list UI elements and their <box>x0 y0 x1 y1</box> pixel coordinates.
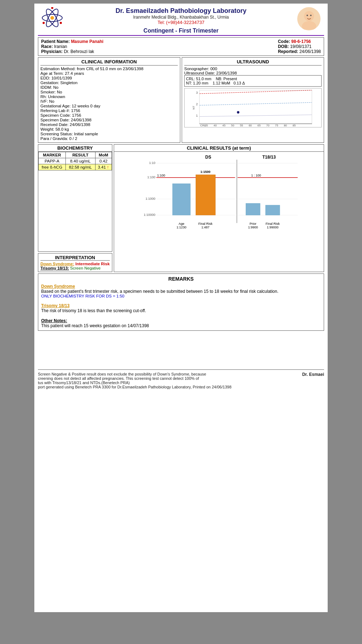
other-remarks-text: This patient will reach 15 weeks gestati… <box>41 323 321 328</box>
patient-dob-label: DOB: <box>278 44 289 49</box>
remarks-title: REMARKS <box>41 276 321 282</box>
patient-info-block: Patient Name: Masume Panahi Race: Irania… <box>38 37 324 56</box>
footer-line4: port generated using Benetech PRA 3300 f… <box>38 385 231 389</box>
svg-text:1:1500: 1:1500 <box>200 170 210 174</box>
svg-text:Final Risk: Final Risk <box>265 222 280 226</box>
svg-text:1:99000: 1:99000 <box>267 226 279 229</box>
svg-text:1:9900: 1:9900 <box>248 226 258 229</box>
patient-dob-value: 19/08/1371 <box>290 44 312 49</box>
svg-point-5 <box>60 22 62 24</box>
svg-point-8 <box>302 21 316 30</box>
svg-text:NT: NT <box>192 106 195 110</box>
trisomy-remarks-section: Trisomy 18/13 The risk of trisomy 18 is … <box>41 303 321 313</box>
svg-rect-27 <box>200 90 312 124</box>
bio-col-marker: MARKER <box>39 152 66 158</box>
footer-line2: creening does not detect all affected pr… <box>38 376 231 381</box>
footer-doctor: Dr. Esmaei <box>299 372 324 389</box>
interpretation-box: INTERPRETATION Down Syndrome: Intermedia… <box>38 253 112 272</box>
interpretation-title: INTERPRETATION <box>40 255 110 261</box>
trisomy-remarks-text: The risk of trisomy 18 is less than the … <box>41 308 321 313</box>
svg-rect-49 <box>196 175 215 215</box>
footer-content: Screen Negative & Positive result does n… <box>38 372 324 389</box>
us-nt-row: NT: 1.20 mm 1.12 MoM 0.13 Δ <box>186 81 320 85</box>
ds-remarks-section: Down Syndrome Based on the patient's fir… <box>41 284 321 298</box>
svg-text:1 : 100: 1 : 100 <box>251 174 261 177</box>
ds-remarks-text2: ONLY BIOCHEMISTRY RISK FOR DS = 1:50 <box>41 294 321 298</box>
us-delta: 0.13 Δ <box>234 81 245 85</box>
bio-combined-left: BIOCHEMISTRY MARKER RESULT MoM PAPP-A 8.… <box>38 144 112 272</box>
ci-estimation: Estimation Method: from CRL of 51.0 mm o… <box>40 67 178 71</box>
patient-name-label: Patient Name: <box>41 39 70 44</box>
patient-physician-row: Physician: Dr. Behrouzi lak <box>41 49 103 54</box>
patient-race-value: Iranian <box>54 44 67 49</box>
footer-disclaimer: Screen Negative & Positive result does n… <box>38 369 324 389</box>
svg-text:1:10: 1:10 <box>149 161 155 165</box>
us-sonographer: Sonographer: 000 <box>184 67 322 71</box>
ci-smoker: Smoker: No <box>40 90 178 94</box>
baby-image <box>297 7 321 30</box>
us-nb: NB: Present <box>216 77 237 81</box>
bio-col-result: RESULT <box>65 152 95 158</box>
clinical-ultrasound-grid: CLINICAL INFORMATION Estimation Method: … <box>38 57 324 143</box>
svg-point-0 <box>50 16 54 20</box>
ds-interpretation-row: Down Syndrome: Intermediate Risk <box>40 262 110 266</box>
us-crl-nb: CRL: 51.0 mm NB: Present <box>186 77 320 81</box>
ds-remarks-text1: Based on the patient's first trimester r… <box>41 289 321 294</box>
svg-text:1:100: 1:100 <box>157 174 165 177</box>
patient-reported-value: 24/06/1398 <box>299 49 321 54</box>
trisomy-interp-value: Screen Negative <box>70 266 101 270</box>
svg-text:1:10000: 1:10000 <box>143 213 155 217</box>
ci-weight: Weight: 58.0 kg <box>40 127 178 131</box>
nt-chart: 3 2 1 NT CRL 35 40 45 50 55 60 65 70 <box>184 88 322 127</box>
ds-remarks-label: Down Syndrome <box>41 284 321 289</box>
patient-name-value: Masume Panahi <box>71 39 103 44</box>
header-center: Dr. Esmaeilzadeh Pathobiology Laboratory… <box>116 7 246 25</box>
lab-tel: Tel: (+98)44-32234737 <box>116 20 246 25</box>
bio-result-hcg: 82.58 ng/mL <box>65 164 95 170</box>
footer-line1: Screen Negative & Positive result does n… <box>38 372 231 376</box>
svg-point-9 <box>307 15 308 16</box>
us-mom: 1.12 MoM <box>213 81 230 85</box>
other-remarks-label: Other Notes: <box>41 318 321 323</box>
biochemistry-title: BIOCHEMISTRY <box>38 145 112 152</box>
svg-text:1:487: 1:487 <box>201 226 210 229</box>
bio-mom-papp: 0.42 <box>95 158 112 164</box>
patient-physician-label: Physician: <box>41 49 63 54</box>
ci-ivf: IVF: No <box>40 99 178 103</box>
svg-text:1: 1 <box>196 114 198 117</box>
trisomy-remarks-label: Trisomy 18/13 <box>41 303 321 308</box>
bio-mom-hcg: 3.41 ↑ <box>95 164 112 170</box>
up-arrow-icon: ↑ <box>107 165 109 169</box>
patient-reported-row: Reported: 24/06/1398 <box>278 49 321 54</box>
svg-text:Prior: Prior <box>249 222 256 226</box>
ci-age-at-term: Age at Term: 27.4 years <box>40 71 178 76</box>
patient-info-left: Patient Name: Masume Panahi Race: Irania… <box>41 39 103 54</box>
us-date: Ultrasound Date: 23/06/1398 <box>184 71 322 75</box>
report-page: Dr. Esmaeilzadeh Pathobiology Laboratory… <box>34 4 328 612</box>
trisomy-interp-label: Trisomy 18/13: <box>40 266 69 270</box>
svg-point-6 <box>43 22 45 24</box>
svg-point-4 <box>51 7 53 9</box>
bio-result-papp: 8.40 ug/mL <box>65 158 95 164</box>
patient-name-row: Patient Name: Masume Panahi <box>41 39 103 44</box>
ds-interp-value: Intermediate Risk <box>75 262 110 266</box>
other-remarks-section: Other Notes: This patient will reach 15 … <box>41 318 321 328</box>
bio-table-header-row: MARKER RESULT MoM <box>39 152 112 158</box>
crl-nt-box: CRL: 51.0 mm NB: Present NT: 1.20 mm 1.1… <box>184 75 322 87</box>
ultrasound-box: ULTRASOUND Sonographer: 000 Ultrasound D… <box>182 57 324 143</box>
ci-referring-lab: Referring Lab #: 1756 <box>40 108 178 113</box>
patient-info-right: Code: 98-6-1756 DOB: 19/08/1371 Reported… <box>278 39 321 54</box>
patient-physician-value: Dr. Behrouzi lak <box>64 49 94 54</box>
report-header: Dr. Esmaeilzadeh Pathobiology Laboratory… <box>38 7 324 25</box>
patient-reported-label: Reported: <box>278 49 298 54</box>
biochemistry-box: BIOCHEMISTRY MARKER RESULT MoM PAPP-A 8.… <box>38 144 112 252</box>
lab-name: Dr. Esmaeilzadeh Pathobiology Laboratory <box>116 7 246 15</box>
ci-edd: EDD: 10/01/1399 <box>40 76 178 80</box>
svg-point-31 <box>237 111 239 113</box>
nt-chart-svg: 3 2 1 NT CRL 35 40 45 50 55 60 65 70 <box>185 88 321 127</box>
svg-text:Age: Age <box>178 222 184 226</box>
svg-line-29 <box>200 102 312 105</box>
svg-text:1:100: 1:100 <box>147 175 155 179</box>
svg-text:T18/13: T18/13 <box>262 155 276 160</box>
lab-logo <box>41 7 63 30</box>
